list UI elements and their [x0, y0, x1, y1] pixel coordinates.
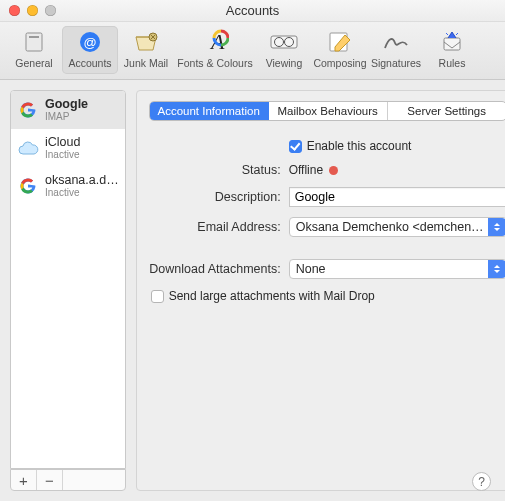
- tab-mailbox-behaviours[interactable]: Mailbox Behaviours: [269, 102, 388, 120]
- preferences-toolbar: General @ Accounts Junk Mail A Fonts & C…: [0, 22, 505, 80]
- content-area: Google IMAP iCloud Inactive: [0, 80, 505, 501]
- toolbar-junk-mail[interactable]: Junk Mail: [118, 26, 174, 74]
- junk-mail-icon: [131, 29, 161, 55]
- icloud-icon: [17, 137, 39, 159]
- rules-icon: [437, 29, 467, 55]
- popup-stepper-icon: [488, 218, 505, 236]
- account-row-google[interactable]: Google IMAP: [11, 91, 125, 129]
- svg-line-16: [446, 33, 448, 35]
- enable-account-checkbox[interactable]: [289, 140, 302, 153]
- toolbar-label: Accounts: [68, 57, 111, 69]
- toolbar-accounts[interactable]: @ Accounts: [62, 26, 118, 74]
- description-label: Description:: [149, 190, 289, 204]
- toolbar-rules[interactable]: Rules: [424, 26, 480, 74]
- account-sub: Inactive: [45, 149, 80, 160]
- status-value: Offline: [289, 163, 323, 177]
- google-icon: [17, 99, 39, 121]
- toolbar-label: Viewing: [266, 57, 303, 69]
- toolbar-label: Composing: [313, 57, 366, 69]
- fonts-colours-icon: A: [200, 29, 230, 55]
- download-attachments-value: None: [296, 262, 326, 276]
- account-row-icloud[interactable]: iCloud Inactive: [11, 129, 125, 167]
- svg-line-17: [456, 33, 458, 35]
- account-sub: IMAP: [45, 111, 88, 122]
- status-label: Status:: [149, 163, 289, 177]
- email-address-popup[interactable]: Oksana Demchenko <demchen…: [289, 217, 505, 237]
- toolbar-composing[interactable]: Composing: [312, 26, 368, 74]
- svg-text:@: @: [83, 35, 96, 50]
- download-attachments-popup[interactable]: None: [289, 259, 505, 279]
- account-detail-panel: Account Information Mailbox Behaviours S…: [136, 90, 505, 491]
- signatures-icon: [381, 29, 411, 55]
- accounts-list-footer: + −: [10, 469, 126, 491]
- detail-tabs: Account Information Mailbox Behaviours S…: [149, 101, 505, 121]
- viewing-icon: [269, 29, 299, 55]
- toolbar-viewing[interactable]: Viewing: [256, 26, 312, 74]
- account-name: oksana.a.d…: [45, 173, 119, 187]
- toolbar-label: Fonts & Colours: [177, 57, 252, 69]
- mail-drop-checkbox[interactable]: [151, 290, 164, 303]
- svg-rect-1: [29, 36, 39, 38]
- accounts-icon: @: [75, 29, 105, 55]
- toolbar-label: Junk Mail: [124, 57, 168, 69]
- toolbar-label: Rules: [439, 57, 466, 69]
- download-attachments-label: Download Attachments:: [149, 262, 289, 276]
- help-button[interactable]: ?: [472, 472, 491, 491]
- composing-icon: [325, 29, 355, 55]
- toolbar-label: General: [15, 57, 52, 69]
- accounts-sidebar: Google IMAP iCloud Inactive: [10, 90, 126, 491]
- mail-drop-label: Send large attachments with Mail Drop: [169, 289, 375, 303]
- remove-account-button[interactable]: −: [37, 470, 63, 490]
- titlebar: Accounts: [0, 0, 505, 22]
- description-input[interactable]: [289, 187, 505, 207]
- popup-stepper-icon: [488, 260, 505, 278]
- enable-account-label: Enable this account: [307, 139, 412, 153]
- account-name: Google: [45, 97, 88, 111]
- tab-account-information[interactable]: Account Information: [150, 102, 269, 120]
- toolbar-signatures[interactable]: Signatures: [368, 26, 424, 74]
- toolbar-label: Signatures: [371, 57, 421, 69]
- status-indicator-icon: [329, 166, 338, 175]
- tab-server-settings[interactable]: Server Settings: [388, 102, 505, 120]
- general-icon: [19, 29, 49, 55]
- account-sub: Inactive: [45, 187, 119, 198]
- email-address-label: Email Address:: [149, 220, 289, 234]
- add-account-button[interactable]: +: [11, 470, 37, 490]
- toolbar-general[interactable]: General: [6, 26, 62, 74]
- window-title: Accounts: [0, 3, 505, 18]
- google-icon: [17, 175, 39, 197]
- toolbar-fonts-colours[interactable]: A Fonts & Colours: [174, 26, 256, 74]
- account-row-other[interactable]: oksana.a.d… Inactive: [11, 167, 125, 205]
- email-address-value: Oksana Demchenko <demchen…: [296, 220, 484, 234]
- svg-rect-0: [26, 33, 42, 51]
- accounts-list[interactable]: Google IMAP iCloud Inactive: [10, 90, 126, 469]
- account-name: iCloud: [45, 135, 80, 149]
